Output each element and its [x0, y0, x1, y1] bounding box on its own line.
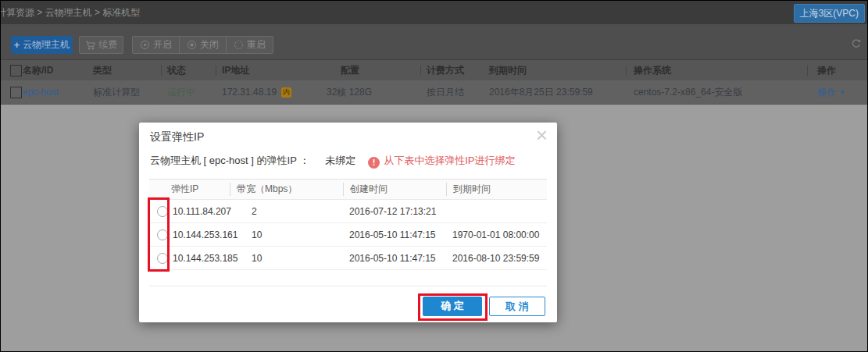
restart-icon	[234, 40, 244, 50]
renew-button[interactable]: 续费	[79, 36, 123, 54]
eip-bandwidth: 2	[230, 206, 343, 217]
region-selector-button[interactable]: 上海3区(VPC)	[794, 4, 865, 23]
eip-radio[interactable]	[157, 229, 168, 240]
power-button-group: 开启 关闭 重启	[132, 36, 273, 54]
eip-created: 2016-05-10 11:47:15	[343, 229, 446, 240]
eip-row: 10.144.253.185 10 2016-05-10 11:47:15 20…	[149, 247, 547, 270]
header-divider	[807, 66, 808, 76]
eip-ip: 10.144.253.185	[173, 253, 238, 264]
screen: 计算资源 > 云物理主机 > 标准机型 上海3区(VPC) + 云物理主机 续费…	[0, 0, 868, 352]
eip-expire: 2016-08-10 23:59:59	[446, 253, 547, 264]
host-table-row: epc-host 标准计算型 运行中 172.31.48.19内 32核 128…	[1, 80, 867, 105]
col-expire: 到期时间	[489, 60, 527, 81]
host-billing: 按日月结	[427, 80, 464, 104]
eip-table: 弹性IP 带宽（Mbps） 创建时间 到期时间 10.111.84.207 2 …	[149, 179, 547, 270]
col-status: 状态	[167, 60, 186, 81]
power-on-button[interactable]: 开启	[133, 37, 179, 53]
power-off-button[interactable]: 关闭	[179, 37, 226, 53]
eip-ip: 10.144.253.161	[173, 229, 238, 240]
eip-bandwidth: 10	[230, 229, 343, 240]
modal-footer-divider	[149, 286, 547, 286]
eip-radio[interactable]	[157, 253, 168, 264]
eip-col-expire: 到期时间	[446, 183, 547, 196]
col-action: 操作	[817, 60, 836, 81]
host-expire: 2016年8月25日 23:59:59	[489, 80, 593, 104]
eip-col-bandwidth: 带宽（Mbps）	[230, 183, 343, 196]
host-status: 运行中	[167, 80, 195, 104]
breadcrumb: 计算资源 > 云物理主机 > 标准机型	[0, 1, 140, 24]
host-os: centos-7.2-x86_64-安全版	[634, 80, 742, 104]
eip-radio[interactable]	[157, 206, 168, 217]
eip-info-line: 云物理主机 [ epc-host ] 的弹性IP ：未绑定!从下表中选择弹性IP…	[150, 154, 516, 169]
eip-bind-status: 未绑定	[325, 155, 355, 166]
power-off-label: 关闭	[200, 38, 219, 52]
eip-table-header: 弹性IP 带宽（Mbps） 创建时间 到期时间	[149, 179, 547, 200]
select-all-checkbox[interactable]	[10, 65, 22, 76]
col-billing: 计费方式	[427, 60, 464, 81]
warning-icon: !	[368, 157, 380, 169]
row-checkbox[interactable]	[10, 87, 22, 98]
toolbar: + 云物理主机 续费 开启 关闭	[1, 24, 867, 59]
eip-row: 10.111.84.207 2 2016-07-12 17:13:21	[149, 200, 547, 223]
host-ip: 172.31.48.19内	[222, 80, 291, 104]
header-divider	[420, 66, 421, 76]
confirm-button[interactable]: 确 定	[423, 297, 482, 316]
host-type: 标准计算型	[93, 80, 140, 104]
eip-bandwidth: 10	[230, 253, 343, 264]
cart-icon	[85, 40, 96, 51]
col-name: 名称/ID	[23, 60, 53, 81]
eip-created: 2016-05-10 11:47:15	[343, 253, 446, 264]
refresh-icon[interactable]	[851, 38, 862, 49]
create-host-button[interactable]: + 云物理主机	[11, 36, 73, 54]
host-config: 32核 128G	[327, 80, 372, 104]
header-divider	[626, 66, 627, 76]
stop-circle-icon	[187, 40, 197, 50]
eip-warning-text: 从下表中选择弹性IP进行绑定	[384, 155, 515, 166]
host-name-link[interactable]: epc-host	[23, 80, 59, 104]
modal-title: 设置弹性IP	[150, 130, 204, 144]
internal-ip-badge: 内	[281, 87, 291, 98]
eip-row: 10.144.253.161 10 2016-05-10 11:47:15 19…	[149, 223, 547, 247]
set-eip-modal: 设置弹性IP × 云物理主机 [ epc-host ] 的弹性IP ：未绑定!从…	[139, 123, 557, 322]
eip-expire: 1970-01-01 08:00:00	[446, 229, 547, 240]
eip-col-created: 创建时间	[343, 183, 446, 196]
close-icon[interactable]: ×	[536, 123, 548, 148]
eip-ip: 10.111.84.207	[173, 206, 231, 217]
top-bar: 计算资源 > 云物理主机 > 标准机型 上海3区(VPC)	[1, 1, 867, 25]
chevron-down-icon: ▼	[839, 89, 845, 96]
col-ip: IP地址	[222, 60, 249, 81]
restart-button[interactable]: 重启	[226, 37, 273, 53]
col-os: 操作系统	[634, 60, 671, 81]
restart-label: 重启	[247, 38, 266, 52]
plus-icon: +	[14, 40, 20, 50]
header-divider	[161, 66, 162, 76]
header-divider	[216, 66, 216, 76]
eip-info-prefix: 云物理主机 [ epc-host ] 的弹性IP ：	[150, 155, 309, 166]
row-action-menu[interactable]: 操作▼	[817, 80, 845, 105]
cancel-button[interactable]: 取 消	[489, 297, 545, 316]
renew-label: 续费	[99, 36, 118, 54]
power-on-label: 开启	[153, 38, 172, 52]
col-config: 配置	[341, 60, 359, 81]
col-type: 类型	[93, 60, 112, 81]
eip-col-ip: 弹性IP	[149, 183, 230, 196]
play-circle-icon	[140, 40, 150, 50]
host-table-header: 名称/ID 类型 状态 IP地址 配置 计费方式 到期时间 操作系统 操作	[1, 59, 867, 81]
create-host-label: 云物理主机	[23, 36, 70, 54]
eip-created: 2016-07-12 17:13:21	[343, 206, 446, 217]
